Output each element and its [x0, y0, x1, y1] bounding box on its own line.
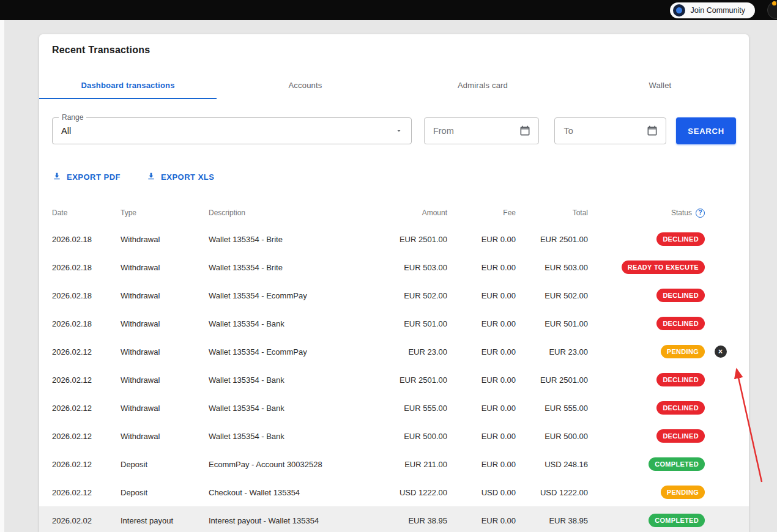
table-row: 2026.02.12 Deposit EcommPay - Account 30… [39, 450, 749, 478]
status-badge: COMPLETED [649, 457, 705, 471]
search-button[interactable]: SEARCH [676, 117, 736, 144]
cell-description: Wallet 135354 - Brite [209, 263, 377, 272]
status-badge: DECLINED [656, 289, 705, 302]
cell-type: Interest payout [121, 516, 209, 525]
cell-description: Wallet 135354 - Bank [209, 319, 377, 328]
range-select-value: All [61, 126, 71, 136]
cell-fee: EUR 0.00 [447, 375, 516, 385]
cell-fee: EUR 0.00 [447, 404, 516, 413]
cell-fee: EUR 0.00 [447, 235, 516, 244]
cell-description: Wallet 135354 - EcommPay [209, 291, 377, 300]
cell-description: Wallet 135354 - EcommPay [209, 347, 377, 357]
cell-fee: EUR 0.00 [447, 319, 516, 328]
table-row: 2026.02.02 Interest payout Interest payo… [39, 506, 749, 532]
table-row: 2026.02.12 Withdrawal Wallet 135354 - Ba… [39, 422, 749, 450]
tab-admirals-card[interactable]: Admirals card [394, 72, 571, 99]
cell-date: 2026.02.18 [52, 319, 121, 328]
tab-dashboard-transactions[interactable]: Dashboard transactions [39, 72, 217, 99]
export-pdf-label: EXPORT PDF [67, 172, 121, 182]
cell-amount: EUR 555.00 [377, 404, 447, 413]
table-row: 2026.02.12 Withdrawal Wallet 135354 - Ec… [39, 338, 749, 366]
community-icon [673, 4, 685, 17]
cell-fee: EUR 0.00 [447, 347, 516, 357]
status-badge: DECLINED [656, 429, 705, 443]
top-bar: Join Community [0, 0, 777, 20]
status-badge: DECLINED [656, 232, 705, 246]
from-date-placeholder: From [433, 126, 454, 136]
cell-type: Deposit [121, 460, 209, 469]
cell-date: 2026.02.18 [52, 263, 121, 272]
tab-wallet[interactable]: Wallet [571, 72, 749, 99]
to-date-placeholder: To [563, 126, 573, 136]
header-fee: Fee [447, 209, 516, 217]
cell-date: 2026.02.12 [52, 460, 121, 469]
cell-type: Withdrawal [121, 375, 209, 385]
table-row: 2026.02.18 Withdrawal Wallet 135354 - Br… [39, 253, 749, 281]
from-date-input[interactable]: From [424, 117, 540, 144]
status-badge: DECLINED [656, 317, 705, 330]
cell-date: 2026.02.12 [52, 375, 121, 385]
export-bar: EXPORT PDF EXPORT XLS [52, 171, 736, 182]
cell-amount: EUR 23.00 [377, 347, 447, 357]
recent-transactions-card: Recent Transactions Dashboard transactio… [39, 34, 749, 532]
cell-date: 2026.02.12 [52, 404, 121, 413]
cancel-transaction-button[interactable]: × [715, 345, 727, 358]
cell-fee: USD 0.00 [447, 488, 516, 497]
table-body: 2026.02.18 Withdrawal Wallet 135354 - Br… [39, 225, 749, 532]
cell-fee: EUR 0.00 [447, 263, 516, 272]
cell-description: Wallet 135354 - Bank [209, 432, 377, 441]
page-title: Recent Transactions [52, 44, 736, 56]
cell-date: 2026.02.12 [52, 432, 121, 441]
cell-type: Withdrawal [121, 319, 209, 328]
status-help-icon[interactable]: ? [696, 209, 705, 218]
status-badge: DECLINED [656, 401, 705, 415]
header-description: Description [209, 209, 377, 217]
header-type: Type [121, 209, 209, 217]
cell-amount: USD 1222.00 [377, 488, 447, 497]
to-date-input[interactable]: To [554, 117, 666, 144]
export-pdf-button[interactable]: EXPORT PDF [52, 171, 121, 182]
transactions-table: Date Type Description Amount Fee Total S… [39, 201, 749, 532]
cell-type: Withdrawal [121, 347, 209, 357]
status-badge: PENDING [661, 345, 705, 358]
calendar-icon[interactable] [519, 125, 531, 137]
cell-fee: EUR 0.00 [447, 432, 516, 441]
cell-description: EcommPay - Account 30032528 [209, 460, 377, 469]
join-community-label: Join Community [690, 6, 745, 15]
cell-total: EUR 38.95 [516, 516, 588, 525]
range-select[interactable]: Range All [52, 117, 412, 144]
cell-type: Withdrawal [121, 404, 209, 413]
filter-bar: Range All From To SEARCH [52, 117, 736, 144]
export-xls-button[interactable]: EXPORT XLS [146, 171, 214, 182]
cell-type: Deposit [121, 488, 209, 497]
download-icon [146, 171, 156, 183]
cell-total: EUR 23.00 [516, 347, 588, 357]
cell-amount: EUR 500.00 [377, 432, 447, 441]
cell-amount: EUR 2501.00 [377, 235, 447, 244]
header-date: Date [52, 209, 121, 217]
cell-total: EUR 501.00 [516, 319, 588, 328]
cell-type: Withdrawal [121, 235, 209, 244]
cell-date: 2026.02.18 [52, 235, 121, 244]
cell-amount: EUR 501.00 [377, 319, 447, 328]
join-community-button[interactable]: Join Community [670, 2, 755, 18]
cell-total: EUR 2501.00 [516, 235, 588, 244]
cell-date: 2026.02.18 [52, 291, 121, 300]
header-status: Status [671, 209, 692, 217]
cell-description: Wallet 135354 - Bank [209, 404, 377, 413]
tab-accounts[interactable]: Accounts [217, 72, 394, 99]
cell-type: Withdrawal [121, 432, 209, 441]
cell-date: 2026.02.02 [52, 516, 121, 525]
cell-date: 2026.02.12 [52, 347, 121, 357]
cell-total: EUR 502.00 [516, 291, 588, 300]
cell-total: EUR 555.00 [516, 404, 588, 413]
left-edge-panel [0, 20, 4, 532]
cell-amount: EUR 502.00 [377, 291, 447, 300]
user-avatar[interactable] [767, 1, 777, 19]
calendar-icon[interactable] [646, 125, 658, 137]
cell-total: USD 248.16 [516, 460, 588, 469]
status-badge: READY TO EXECUTE [622, 260, 705, 274]
cell-fee: EUR 0.00 [447, 516, 516, 525]
cell-amount: EUR 38.95 [377, 516, 447, 525]
cell-date: 2026.02.12 [52, 488, 121, 497]
